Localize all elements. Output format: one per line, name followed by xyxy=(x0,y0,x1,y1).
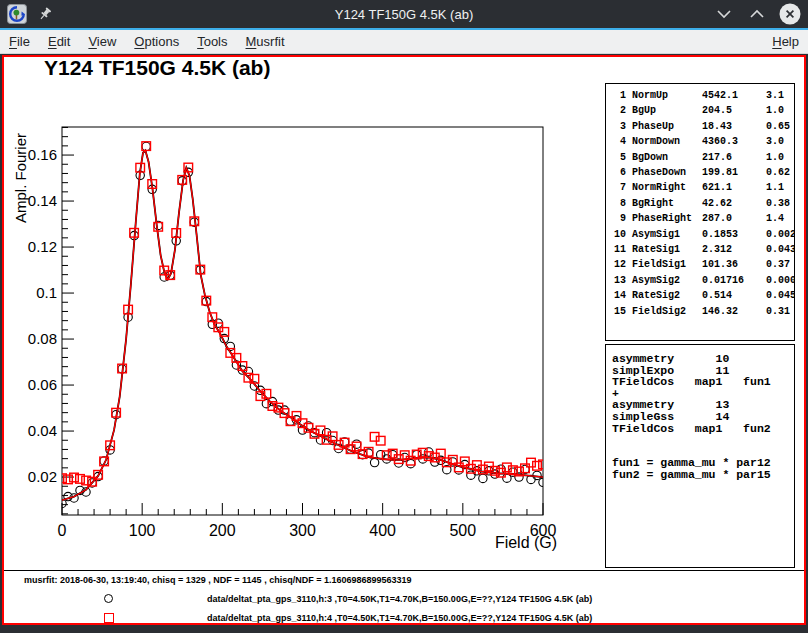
menu-edit[interactable]: Edit xyxy=(39,30,79,54)
root-canvas-window: Y124 TF150G 4.5K (ab) FileEditVie xyxy=(0,0,808,633)
minimize-button[interactable] xyxy=(712,2,736,26)
param-row: 13AsymSig20.017160.00098 xyxy=(612,273,794,288)
param-row: 7NormRight621.11.1 xyxy=(612,180,794,195)
param-row: 8BgRight42.620.38 xyxy=(612,196,794,211)
menubar: FileEditViewOptionsToolsMusrfit Help xyxy=(0,30,808,54)
fit-info-line: musrfit: 2018-06-30, 13:19:40, chisq = 1… xyxy=(24,575,411,585)
plot-title: Y124 TF150G 4.5K (ab) xyxy=(44,56,270,80)
y-axis-label: Ampl. Fourier xyxy=(12,133,29,223)
x-axis-label: Field (G) xyxy=(495,534,557,552)
param-row: 2BgUp204.51.0 xyxy=(612,103,794,118)
menu-tools[interactable]: Tools xyxy=(188,30,236,54)
menu-file[interactable]: File xyxy=(0,30,39,54)
menu-musrfit[interactable]: Musrfit xyxy=(237,30,294,54)
legend-label: data/deltat_pta_gps_3110,h:3 ,T0=4.50K,T… xyxy=(207,594,592,604)
param-row: 15FieldSig2146.320.31 xyxy=(612,304,794,319)
legend-circle-marker-icon xyxy=(104,594,113,603)
theory-text: asymmetry 10 simplExpo 11 TFieldCos map1… xyxy=(612,353,794,481)
param-row: 11RateSig12.3120.043 xyxy=(612,242,794,257)
param-row: 10AsymSig10.18530.0028 xyxy=(612,227,794,242)
legend-entry: data/deltat_pta_gps_3110,h:3 ,T0=4.50K,T… xyxy=(4,592,804,606)
param-row: 4NormDown4360.33.0 xyxy=(612,134,794,149)
fit-parameters-pad[interactable]: 1NormUp4542.13.12BgUp204.51.03PhaseUp18.… xyxy=(605,83,795,341)
info-pad[interactable]: musrfit: 2018-06-30, 13:19:40, chisq = 1… xyxy=(4,570,804,623)
chevron-down-icon xyxy=(716,9,732,19)
param-row: 6PhaseDown199.810.62 xyxy=(612,165,794,180)
param-row: 14RateSig20.5140.045 xyxy=(612,288,794,303)
close-icon xyxy=(778,2,802,26)
menu-view[interactable]: View xyxy=(79,30,125,54)
param-row: 9PhaseRight287.01.4 xyxy=(612,211,794,226)
titlebar[interactable]: Y124 TF150G 4.5K (ab) xyxy=(0,0,808,28)
maximize-button[interactable] xyxy=(745,2,769,26)
close-button[interactable] xyxy=(778,2,802,26)
theory-pad[interactable]: asymmetry 10 simplExpo 11 TFieldCos map1… xyxy=(605,344,795,568)
legend-square-marker-icon xyxy=(104,613,114,623)
legend-entry: data/deltat_pta_gps_3110,h:4 ,T0=4.50K,T… xyxy=(4,611,804,625)
param-row: 3PhaseUp18.430.65 xyxy=(612,119,794,134)
menu-help[interactable]: Help xyxy=(763,30,808,54)
legend-label: data/deltat_pta_gps_3110,h:4 ,T0=4.50K,T… xyxy=(207,613,592,623)
param-row: 1NormUp4542.13.1 xyxy=(612,88,794,103)
param-row: 5BgDown217.61.0 xyxy=(612,150,794,165)
window-title: Y124 TF150G 4.5K (ab) xyxy=(0,7,808,22)
param-row: 12FieldSig1101.360.37 xyxy=(612,257,794,272)
chevron-up-icon xyxy=(749,9,765,19)
menu-options[interactable]: Options xyxy=(125,30,188,54)
